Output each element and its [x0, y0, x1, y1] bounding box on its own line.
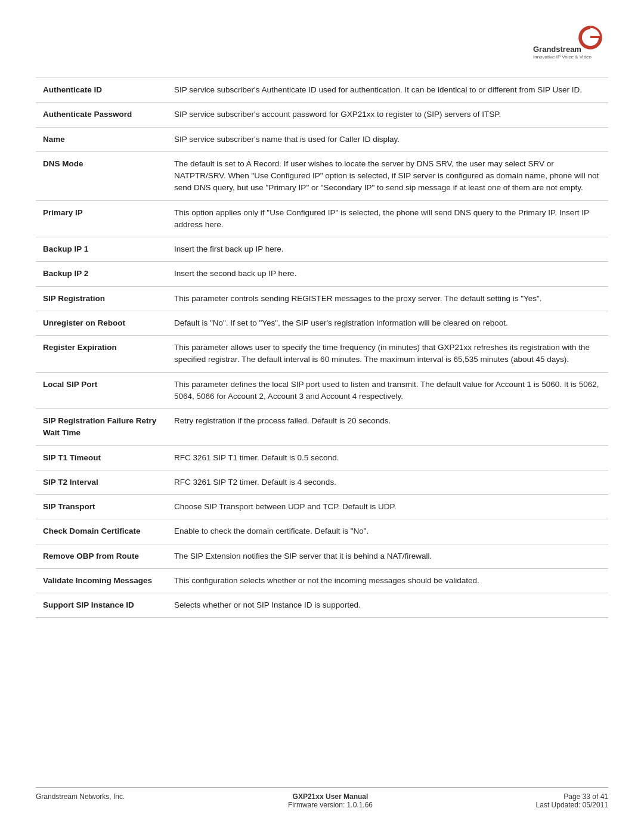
description-cell: SIP service subscriber's name that is us… — [167, 127, 608, 151]
table-row: SIP T2 IntervalRFC 3261 SIP T2 timer. De… — [36, 470, 608, 494]
table-row: SIP T1 TimeoutRFC 3261 SIP T1 timer. Def… — [36, 445, 608, 470]
table-row: Remove OBP from RouteThe SIP Extension n… — [36, 544, 608, 568]
description-cell: SIP service subscriber's Authenticate ID… — [167, 78, 608, 103]
term-cell: Backup IP 1 — [36, 237, 167, 262]
footer-right: Page 33 of 41 Last Updated: 05/2011 — [536, 792, 608, 809]
table-row: Validate Incoming MessagesThis configura… — [36, 568, 608, 593]
svg-text:Innovative IP Voice & Video: Innovative IP Voice & Video — [533, 54, 592, 59]
description-cell: Choose SIP Transport between UDP and TCP… — [167, 495, 608, 519]
term-cell: Support SIP Instance ID — [36, 593, 167, 618]
footer: Grandstream Networks, Inc. GXP21xx User … — [36, 787, 608, 809]
footer-left: Grandstream Networks, Inc. — [36, 792, 125, 809]
description-cell: RFC 3261 SIP T2 timer. Default is 4 seco… — [167, 470, 608, 494]
logo-area: Grandstream Innovative IP Voice & Video — [36, 24, 608, 60]
term-cell: Backup IP 2 — [36, 262, 167, 286]
table-row: Authenticate PasswordSIP service subscri… — [36, 103, 608, 127]
term-cell: SIP Registration — [36, 286, 167, 311]
table-row: Local SIP PortThis parameter defines the… — [36, 372, 608, 409]
description-cell: This parameter defines the local SIP por… — [167, 372, 608, 409]
term-cell: SIP Registration Failure Retry Wait Time — [36, 409, 167, 446]
grandstream-logo: Grandstream Innovative IP Voice & Video — [531, 24, 608, 59]
table-row: SIP RegistrationThis parameter controls … — [36, 286, 608, 311]
table-row: Support SIP Instance IDSelects whether o… — [36, 593, 608, 618]
term-cell: DNS Mode — [36, 151, 167, 200]
page: Grandstream Innovative IP Voice & Video … — [0, 0, 644, 833]
description-cell: This parameter allows user to specify th… — [167, 336, 608, 373]
description-cell: Insert the second back up IP here. — [167, 262, 608, 286]
table-row: Register ExpirationThis parameter allows… — [36, 336, 608, 373]
logo-box: Grandstream Innovative IP Voice & Video — [531, 24, 608, 60]
term-cell: SIP Transport — [36, 495, 167, 519]
term-cell: Validate Incoming Messages — [36, 568, 167, 593]
table-row: Authenticate IDSIP service subscriber's … — [36, 78, 608, 103]
description-cell: RFC 3261 SIP T1 timer. Default is 0.5 se… — [167, 445, 608, 470]
term-cell: Authenticate ID — [36, 78, 167, 103]
description-cell: Selects whether or not SIP Instance ID i… — [167, 593, 608, 618]
term-cell: Register Expiration — [36, 336, 167, 373]
term-cell: Local SIP Port — [36, 372, 167, 409]
description-cell: Insert the first back up IP here. — [167, 237, 608, 262]
table-row: DNS ModeThe default is set to A Record. … — [36, 151, 608, 200]
term-cell: Remove OBP from Route — [36, 544, 167, 568]
description-cell: The default is set to A Record. If user … — [167, 151, 608, 200]
term-cell: Name — [36, 127, 167, 151]
footer-center: GXP21xx User Manual Firmware version: 1.… — [288, 792, 373, 809]
footer-center-line2: Firmware version: 1.0.1.66 — [288, 801, 373, 809]
term-cell: Primary IP — [36, 200, 167, 237]
table-row: SIP TransportChoose SIP Transport betwee… — [36, 495, 608, 519]
term-cell: SIP T2 Interval — [36, 470, 167, 494]
main-table: Authenticate IDSIP service subscriber's … — [36, 78, 608, 618]
table-row: NameSIP service subscriber's name that i… — [36, 127, 608, 151]
term-cell: Authenticate Password — [36, 103, 167, 127]
footer-right-line1: Page 33 of 41 — [536, 792, 608, 801]
table-row: Backup IP 2Insert the second back up IP … — [36, 262, 608, 286]
svg-text:Grandstream: Grandstream — [533, 45, 581, 54]
description-cell: This option applies only if "Use Configu… — [167, 200, 608, 237]
description-cell: SIP service subscriber's account passwor… — [167, 103, 608, 127]
term-cell: Check Domain Certificate — [36, 519, 167, 544]
table-row: Backup IP 1Insert the first back up IP h… — [36, 237, 608, 262]
description-cell: Enable to check the domain certificate. … — [167, 519, 608, 544]
description-cell: This configuration selects whether or no… — [167, 568, 608, 593]
table-row: Check Domain CertificateEnable to check … — [36, 519, 608, 544]
footer-center-line1: GXP21xx User Manual — [288, 792, 373, 801]
footer-right-line2: Last Updated: 05/2011 — [536, 801, 608, 809]
svg-rect-1 — [590, 36, 599, 38]
description-cell: Retry registration if the process failed… — [167, 409, 608, 446]
description-cell: The SIP Extension notifies the SIP serve… — [167, 544, 608, 568]
table-row: Primary IPThis option applies only if "U… — [36, 200, 608, 237]
description-cell: This parameter controls sending REGISTER… — [167, 286, 608, 311]
term-cell: Unregister on Reboot — [36, 311, 167, 335]
description-cell: Default is "No". If set to "Yes", the SI… — [167, 311, 608, 335]
table-row: Unregister on RebootDefault is "No". If … — [36, 311, 608, 335]
table-row: SIP Registration Failure Retry Wait Time… — [36, 409, 608, 446]
term-cell: SIP T1 Timeout — [36, 445, 167, 470]
